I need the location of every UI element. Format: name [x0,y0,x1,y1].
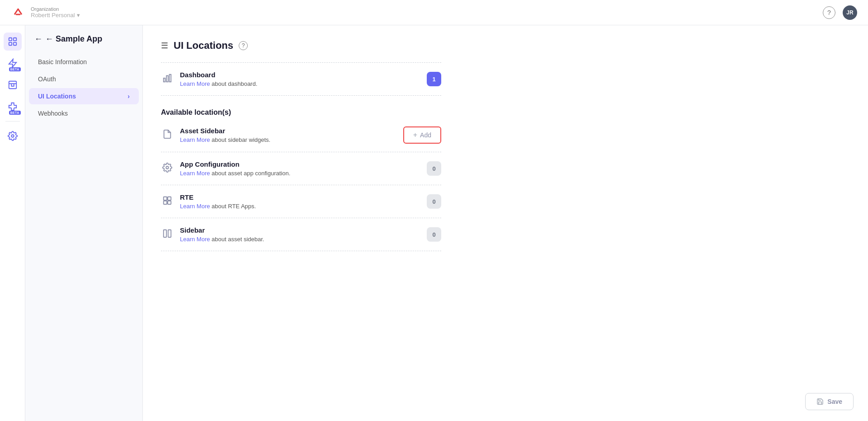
location-item-asset-sidebar: Asset Sidebar Learn More about sidebar w… [161,118,441,152]
sidebar-item-inbox[interactable] [4,76,22,94]
sidebar-item-oauth[interactable]: OAuth [29,71,139,87]
rte-learn: Learn More about RTE Apps. [180,203,256,210]
puzzle-icon [8,102,18,112]
hamburger-icon[interactable]: ☰ [161,41,168,51]
location-right-dashboard: 1 [427,72,441,86]
location-item-app-configuration: App Configuration Learn More about asset… [161,152,441,185]
sidebar-widget-icon [161,227,174,240]
svg-rect-0 [11,5,25,20]
topbar-right: ? JR [823,5,857,20]
icon-divider [5,121,20,122]
location-right-rte: 0 [427,194,441,209]
sidebar-count-badge: 0 [427,227,441,242]
sidebar-learn-more-link[interactable]: Learn More [180,236,210,243]
rte-info: RTE Learn More about RTE Apps. [180,193,256,210]
help-button[interactable]: ? [823,6,835,19]
save-button[interactable]: Save [805,393,854,410]
beta-badge: BETA [9,67,21,71]
app-config-info: App Configuration Learn More about asset… [180,160,290,177]
dashboard-name: Dashboard [180,71,257,79]
save-btn-wrapper: Save [805,393,854,410]
lightning-icon [8,58,18,68]
sidebar-learn: Learn More about asset sidebar. [180,236,264,243]
app-config-learn: Learn More about asset app configuration… [180,170,290,177]
main-content: ☰ UI Locations ? Dashboard Learn More ab… [143,25,868,421]
rte-icon [161,194,174,207]
rte-learn-more-link[interactable]: Learn More [180,203,210,210]
settings-icon [8,131,18,141]
svg-rect-9 [170,75,171,82]
topbar: Organization Robertt Personal ▾ ? JR [0,0,868,25]
sidebar-item-settings[interactable] [4,127,22,145]
svg-rect-2 [13,38,16,41]
page-title: UI Locations [174,40,233,51]
sidebar-item-beta1[interactable]: BETA [4,54,22,72]
save-icon [816,398,824,405]
location-item-rte: RTE Learn More about RTE Apps. 0 [161,185,441,218]
location-item-dashboard: Dashboard Learn More about dashboard. 1 [161,62,441,96]
asset-sidebar-name: Asset Sidebar [180,127,270,135]
app-title[interactable]: ← ← Sample App [25,34,142,53]
asset-sidebar-info: Asset Sidebar Learn More about sidebar w… [180,127,270,143]
asset-sidebar-learn-more-link[interactable]: Learn More [180,136,210,143]
location-section: Dashboard Learn More about dashboard. 1 … [161,62,441,251]
rte-name: RTE [180,193,256,201]
sidebar-item-apps[interactable] [4,33,22,51]
sidebar-loc-name: Sidebar [180,226,264,234]
sidebar-item-puzzle-beta[interactable]: BETA [4,98,22,116]
svg-rect-8 [166,76,168,82]
svg-rect-5 [9,81,16,89]
sidebar-item-basic-information[interactable]: Basic Information [29,54,139,70]
org-name[interactable]: Robertt Personal ▾ [31,12,80,19]
dashboard-learn-more-link[interactable]: Learn More [180,80,210,87]
available-locations-header: Available location(s) [161,108,441,117]
location-item-sidebar: Sidebar Learn More about asset sidebar. … [161,218,441,251]
dashboard-icon [161,72,174,84]
location-left-dashboard: Dashboard Learn More about dashboard. [161,71,257,87]
svg-rect-15 [164,230,166,238]
rte-count-badge: 0 [427,194,441,209]
svg-rect-12 [168,197,171,200]
location-left-asset-sidebar: Asset Sidebar Learn More about sidebar w… [161,127,270,143]
svg-rect-7 [164,78,165,82]
plus-icon: + [413,131,417,139]
asset-sidebar-icon [161,128,174,140]
location-left-sidebar: Sidebar Learn More about asset sidebar. [161,226,264,243]
logo-icon [11,5,25,20]
info-icon[interactable]: ? [239,41,248,50]
dashboard-learn: Learn More about dashboard. [180,80,257,87]
svg-point-6 [11,135,14,137]
location-right-app-config: 0 [427,161,441,176]
beta-badge-2: BETA [9,111,21,115]
user-avatar-button[interactable]: JR [843,5,857,20]
chevron-down-icon: ▾ [77,12,80,19]
sidebar-info: Sidebar Learn More about asset sidebar. [180,226,264,243]
svg-rect-16 [168,230,171,238]
svg-rect-4 [13,42,16,45]
svg-rect-14 [168,201,171,204]
asset-sidebar-learn: Learn More about sidebar widgets. [180,136,270,143]
location-left-rte: RTE Learn More about RTE Apps. [161,193,256,210]
app-config-name: App Configuration [180,160,290,168]
dashboard-count-badge: 1 [427,72,441,86]
location-right-asset-sidebar: + Add [403,126,441,144]
topbar-left: Organization Robertt Personal ▾ [11,5,80,20]
icon-sidebar: BETA BETA [0,25,25,421]
sidebar-item-webhooks[interactable]: Webhooks [29,105,139,122]
org-label: Organization [31,6,80,12]
svg-rect-13 [164,201,167,204]
app-config-icon [161,161,174,174]
app-sidebar: ← ← Sample App Basic Information OAuth U… [25,25,143,421]
app-config-learn-more-link[interactable]: Learn More [180,170,210,177]
sidebar-item-ui-locations[interactable]: UI Locations › [29,88,139,104]
page-header: ☰ UI Locations ? [161,40,850,51]
svg-rect-11 [164,197,167,200]
location-right-sidebar: 0 [427,227,441,242]
chevron-right-icon: › [127,93,130,100]
apps-icon [8,37,18,47]
asset-sidebar-add-button[interactable]: + Add [403,126,441,144]
app-config-count-badge: 0 [427,161,441,176]
svg-rect-1 [9,38,11,41]
inbox-icon [8,80,18,90]
back-arrow: ← [34,34,42,44]
